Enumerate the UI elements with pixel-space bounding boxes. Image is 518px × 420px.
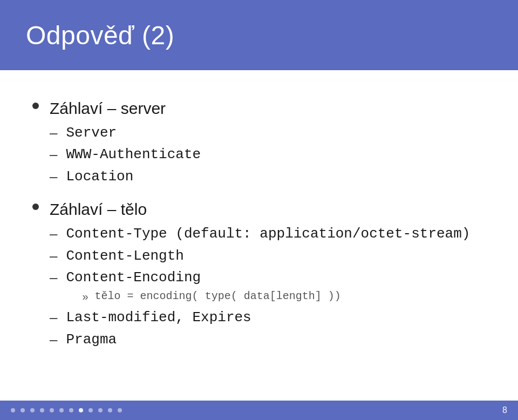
dash-icon: –: [50, 224, 57, 243]
sub-item-text-1-2: WWW-Authenticate: [66, 145, 201, 164]
slide-content: Záhlaví – server – Server – WWW-Authenti…: [0, 70, 518, 383]
sub-item-text-1-1: Server: [66, 123, 117, 143]
sub-list-item-1-1: – Server: [50, 123, 201, 143]
slide-title: Odpověď (2): [26, 21, 174, 50]
sub-list-item-2-2: – Content-Length: [50, 246, 470, 266]
main-item-content-2: Záhlaví – tělo – Content-Type (default: …: [50, 198, 470, 351]
subsub-list-item-2-3-1: » tělo = encoding( type( data[length] )): [82, 288, 340, 304]
main-item-label-1: Záhlaví – server: [50, 99, 166, 117]
slide-dot-8: [79, 408, 83, 412]
slide-dot-11: [108, 408, 112, 412]
sub-list-item-2-3: – Content-Encoding » tělo = encoding( ty…: [50, 268, 470, 306]
slide-dot-1: [11, 408, 15, 412]
main-item-label-2: Záhlaví – tělo: [50, 200, 147, 218]
subsub-list-2-3: » tělo = encoding( type( data[length] )): [82, 288, 340, 304]
dash-icon: –: [50, 246, 57, 266]
sub-item-text-2-1: Content-Type (default: application/octet…: [66, 224, 470, 243]
slide-dot-12: [118, 408, 122, 412]
dash-icon: –: [50, 145, 57, 164]
main-list-item-2: Záhlaví – tělo – Content-Type (default: …: [32, 198, 486, 351]
bullet-icon-2: [32, 204, 39, 210]
sub-list-item-1-2: – WWW-Authenticate: [50, 145, 201, 164]
main-bullet-list: Záhlaví – server – Server – WWW-Authenti…: [32, 97, 486, 351]
main-list-item-1: Záhlaví – server – Server – WWW-Authenti…: [32, 97, 486, 188]
dash-icon: –: [50, 167, 57, 186]
dash-icon: –: [50, 330, 57, 349]
dash-icon: –: [50, 308, 57, 327]
sub-list-item-2-5: – Pragma: [50, 330, 470, 349]
slide-dot-2: [21, 408, 25, 412]
sub-item-text-2-4: Last-modified, Expires: [66, 308, 251, 327]
sub-list-1: – Server – WWW-Authenticate – Location: [50, 123, 201, 186]
sub-item-text-2-3: Content-Encoding: [66, 269, 201, 286]
bottom-bar: 8: [0, 401, 518, 420]
arrow-icon: »: [82, 288, 88, 304]
sub-item-text-2-2: Content-Length: [66, 246, 183, 266]
subsub-item-text-2-3-1: tělo = encoding( type( data[length] )): [95, 288, 341, 304]
slide-dot-10: [98, 408, 103, 412]
sub-item-text-2-5: Pragma: [66, 330, 117, 349]
dash-icon: –: [50, 123, 57, 143]
sub-list-2: – Content-Type (default: application/oct…: [50, 224, 470, 349]
sub-list-item-1-3: – Location: [50, 167, 201, 186]
slide-dot-6: [59, 408, 64, 412]
slide-dot-9: [88, 408, 93, 412]
sub-list-item-2-4: – Last-modified, Expires: [50, 308, 470, 327]
sub-item-text-1-3: Location: [66, 167, 133, 186]
slide-dots: [11, 408, 122, 412]
dash-icon: –: [50, 268, 57, 287]
bullet-icon-1: [32, 103, 39, 109]
slide-dot-7: [69, 408, 73, 412]
slide-dot-3: [30, 408, 35, 412]
sub-list-item-2-1: – Content-Type (default: application/oct…: [50, 224, 470, 243]
sub-item-with-subsub: Content-Encoding » tělo = encoding( type…: [66, 268, 340, 306]
slide-header: Odpověď (2): [0, 0, 518, 70]
slide-dot-4: [40, 408, 44, 412]
page-number: 8: [502, 405, 507, 415]
main-item-content-1: Záhlaví – server – Server – WWW-Authenti…: [50, 97, 201, 188]
slide-dot-5: [50, 408, 54, 412]
